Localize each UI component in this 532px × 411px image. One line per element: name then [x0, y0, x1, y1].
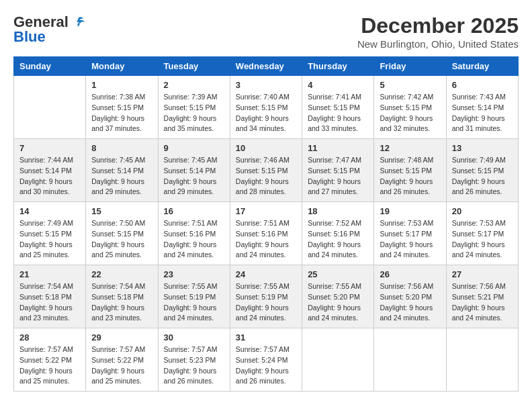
- weekday-header-friday: Friday: [374, 57, 446, 76]
- day-info: Sunrise: 7:41 AM Sunset: 5:15 PM Dayligh…: [308, 92, 368, 134]
- day-number: 29: [91, 332, 152, 342]
- day-number: 9: [164, 143, 224, 153]
- day-number: 3: [236, 80, 296, 90]
- day-number: 8: [91, 143, 152, 153]
- calendar-cell: 30Sunrise: 7:57 AM Sunset: 5:23 PM Dayli…: [158, 328, 230, 392]
- day-number: 2: [164, 80, 224, 90]
- logo-blue-text: Blue: [13, 28, 46, 46]
- day-info: Sunrise: 7:53 AM Sunset: 5:17 PM Dayligh…: [380, 218, 440, 261]
- day-info: Sunrise: 7:53 AM Sunset: 5:17 PM Dayligh…: [452, 218, 513, 261]
- day-info: Sunrise: 7:55 AM Sunset: 5:19 PM Dayligh…: [236, 281, 296, 324]
- calendar-week-row: 1Sunrise: 7:38 AM Sunset: 5:15 PM Daylig…: [14, 76, 519, 139]
- calendar-cell: 10Sunrise: 7:46 AM Sunset: 5:15 PM Dayli…: [230, 139, 302, 202]
- day-number: 27: [452, 269, 513, 279]
- day-info: Sunrise: 7:54 AM Sunset: 5:18 PM Dayligh…: [19, 281, 80, 324]
- calendar-cell: 19Sunrise: 7:53 AM Sunset: 5:17 PM Dayli…: [374, 202, 446, 265]
- day-number: 7: [19, 143, 80, 153]
- day-info: Sunrise: 7:54 AM Sunset: 5:18 PM Dayligh…: [91, 281, 152, 324]
- weekday-header-tuesday: Tuesday: [158, 57, 230, 76]
- day-info: Sunrise: 7:52 AM Sunset: 5:16 PM Dayligh…: [308, 218, 368, 261]
- day-number: 18: [308, 206, 368, 216]
- day-info: Sunrise: 7:49 AM Sunset: 5:15 PM Dayligh…: [19, 218, 80, 261]
- calendar-cell: 14Sunrise: 7:49 AM Sunset: 5:15 PM Dayli…: [14, 202, 86, 265]
- day-number: 6: [452, 80, 513, 90]
- day-info: Sunrise: 7:49 AM Sunset: 5:15 PM Dayligh…: [452, 155, 513, 197]
- calendar-cell: 6Sunrise: 7:43 AM Sunset: 5:14 PM Daylig…: [446, 76, 518, 139]
- day-info: Sunrise: 7:38 AM Sunset: 5:15 PM Dayligh…: [91, 92, 152, 134]
- calendar-cell: 21Sunrise: 7:54 AM Sunset: 5:18 PM Dayli…: [14, 265, 86, 328]
- day-info: Sunrise: 7:47 AM Sunset: 5:15 PM Dayligh…: [308, 155, 368, 197]
- day-number: 4: [308, 80, 368, 90]
- calendar-cell: 4Sunrise: 7:41 AM Sunset: 5:15 PM Daylig…: [302, 76, 374, 139]
- calendar-cell: 2Sunrise: 7:39 AM Sunset: 5:15 PM Daylig…: [158, 76, 230, 139]
- calendar-cell: 23Sunrise: 7:55 AM Sunset: 5:19 PM Dayli…: [158, 265, 230, 328]
- calendar-cell: 9Sunrise: 7:45 AM Sunset: 5:14 PM Daylig…: [158, 139, 230, 202]
- day-number: 21: [19, 269, 80, 279]
- day-number: 5: [380, 80, 440, 90]
- day-number: 1: [91, 80, 152, 90]
- calendar-week-row: 28Sunrise: 7:57 AM Sunset: 5:22 PM Dayli…: [14, 328, 519, 392]
- calendar-cell: 18Sunrise: 7:52 AM Sunset: 5:16 PM Dayli…: [302, 202, 374, 265]
- calendar-cell: 5Sunrise: 7:42 AM Sunset: 5:15 PM Daylig…: [374, 76, 446, 139]
- logo-bird-icon: [71, 15, 86, 30]
- calendar-cell: 27Sunrise: 7:56 AM Sunset: 5:21 PM Dayli…: [446, 265, 518, 328]
- calendar-header-row: SundayMondayTuesdayWednesdayThursdayFrid…: [14, 57, 519, 76]
- day-number: 25: [308, 269, 368, 279]
- day-info: Sunrise: 7:55 AM Sunset: 5:19 PM Dayligh…: [164, 281, 224, 324]
- calendar-cell: 15Sunrise: 7:50 AM Sunset: 5:15 PM Dayli…: [86, 202, 158, 265]
- calendar-cell: 12Sunrise: 7:48 AM Sunset: 5:15 PM Dayli…: [374, 139, 446, 202]
- calendar-cell: 1Sunrise: 7:38 AM Sunset: 5:15 PM Daylig…: [86, 76, 158, 139]
- calendar-cell: [14, 76, 86, 139]
- day-info: Sunrise: 7:57 AM Sunset: 5:22 PM Dayligh…: [91, 345, 152, 387]
- calendar-cell: 3Sunrise: 7:40 AM Sunset: 5:15 PM Daylig…: [230, 76, 302, 139]
- month-title: December 2025: [357, 13, 519, 38]
- day-info: Sunrise: 7:44 AM Sunset: 5:14 PM Dayligh…: [19, 155, 80, 197]
- day-info: Sunrise: 7:45 AM Sunset: 5:14 PM Dayligh…: [91, 155, 152, 197]
- day-number: 30: [164, 332, 224, 342]
- day-number: 26: [380, 269, 440, 279]
- day-info: Sunrise: 7:43 AM Sunset: 5:14 PM Dayligh…: [452, 92, 513, 134]
- weekday-header-wednesday: Wednesday: [230, 57, 302, 76]
- day-number: 15: [91, 206, 152, 216]
- calendar-cell: 13Sunrise: 7:49 AM Sunset: 5:15 PM Dayli…: [446, 139, 518, 202]
- day-number: 16: [164, 206, 224, 216]
- weekday-header-saturday: Saturday: [446, 57, 518, 76]
- calendar-cell: [446, 328, 518, 392]
- logo: General Blue: [13, 13, 86, 46]
- calendar-week-row: 14Sunrise: 7:49 AM Sunset: 5:15 PM Dayli…: [14, 202, 519, 265]
- weekday-header-thursday: Thursday: [302, 57, 374, 76]
- day-info: Sunrise: 7:46 AM Sunset: 5:15 PM Dayligh…: [236, 155, 296, 197]
- day-info: Sunrise: 7:39 AM Sunset: 5:15 PM Dayligh…: [164, 92, 224, 134]
- calendar-cell: 11Sunrise: 7:47 AM Sunset: 5:15 PM Dayli…: [302, 139, 374, 202]
- day-info: Sunrise: 7:40 AM Sunset: 5:15 PM Dayligh…: [236, 92, 296, 134]
- calendar-table: SundayMondayTuesdayWednesdayThursdayFrid…: [13, 56, 519, 392]
- day-number: 14: [19, 206, 80, 216]
- day-info: Sunrise: 7:56 AM Sunset: 5:21 PM Dayligh…: [452, 281, 513, 324]
- day-number: 11: [308, 143, 368, 153]
- calendar-week-row: 7Sunrise: 7:44 AM Sunset: 5:14 PM Daylig…: [14, 139, 519, 202]
- day-info: Sunrise: 7:45 AM Sunset: 5:14 PM Dayligh…: [164, 155, 224, 197]
- weekday-header-sunday: Sunday: [14, 57, 86, 76]
- calendar-week-row: 21Sunrise: 7:54 AM Sunset: 5:18 PM Dayli…: [14, 265, 519, 328]
- day-number: 24: [236, 269, 296, 279]
- day-number: 13: [452, 143, 513, 153]
- day-info: Sunrise: 7:56 AM Sunset: 5:20 PM Dayligh…: [380, 281, 440, 324]
- day-info: Sunrise: 7:57 AM Sunset: 5:24 PM Dayligh…: [236, 345, 296, 387]
- calendar-cell: [374, 328, 446, 392]
- calendar-cell: 24Sunrise: 7:55 AM Sunset: 5:19 PM Dayli…: [230, 265, 302, 328]
- calendar-cell: 20Sunrise: 7:53 AM Sunset: 5:17 PM Dayli…: [446, 202, 518, 265]
- weekday-header-monday: Monday: [86, 57, 158, 76]
- day-number: 31: [236, 332, 296, 342]
- day-info: Sunrise: 7:50 AM Sunset: 5:15 PM Dayligh…: [91, 218, 152, 261]
- calendar-cell: 26Sunrise: 7:56 AM Sunset: 5:20 PM Dayli…: [374, 265, 446, 328]
- day-number: 28: [19, 332, 80, 342]
- day-number: 22: [91, 269, 152, 279]
- calendar-cell: 29Sunrise: 7:57 AM Sunset: 5:22 PM Dayli…: [86, 328, 158, 392]
- day-info: Sunrise: 7:51 AM Sunset: 5:16 PM Dayligh…: [236, 218, 296, 261]
- calendar-cell: 16Sunrise: 7:51 AM Sunset: 5:16 PM Dayli…: [158, 202, 230, 265]
- day-info: Sunrise: 7:55 AM Sunset: 5:20 PM Dayligh…: [308, 281, 368, 324]
- day-number: 12: [380, 143, 440, 153]
- day-number: 10: [236, 143, 296, 153]
- day-info: Sunrise: 7:42 AM Sunset: 5:15 PM Dayligh…: [380, 92, 440, 134]
- calendar-cell: 31Sunrise: 7:57 AM Sunset: 5:24 PM Dayli…: [230, 328, 302, 392]
